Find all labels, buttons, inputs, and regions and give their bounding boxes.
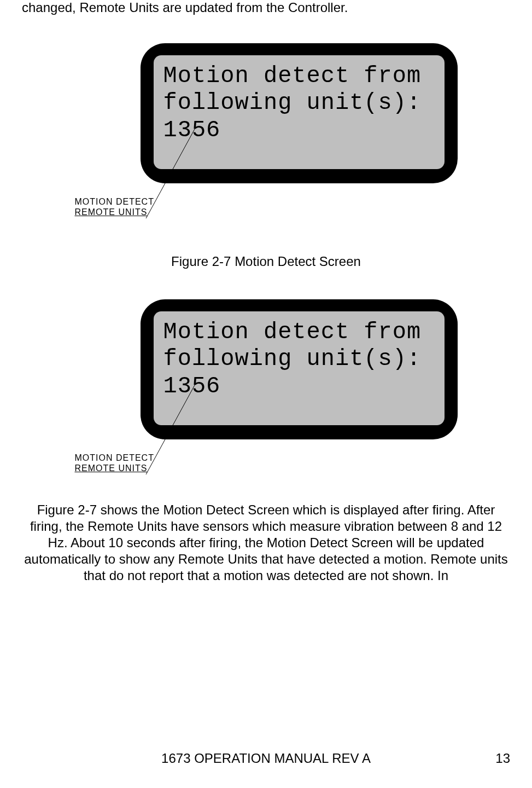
lcd-line-1: Motion detect from — [163, 319, 435, 346]
footer-doc-title: 1673 OPERATION MANUAL REV A — [55, 751, 477, 766]
annotation-label: MOTION DETECT REMOTE UNITS — [75, 453, 154, 473]
figure-2-7-bottom: Motion detect from following unit(s): 13… — [75, 299, 458, 485]
top-text-fragment: changed, Remote Units are updated from t… — [22, 0, 510, 16]
lcd-display: Motion detect from following unit(s): 13… — [141, 43, 458, 183]
annotation-line-1: MOTION DETECT — [75, 196, 154, 207]
lcd-inner: Motion detect from following unit(s): 13… — [154, 55, 445, 169]
body-paragraph: Figure 2-7 shows the Motion Detect Scree… — [22, 502, 510, 584]
lcd-line-3: 1356 — [163, 373, 435, 401]
figure-caption: Figure 2-7 Motion Detect Screen — [22, 254, 510, 269]
lcd-line-2: following unit(s): — [163, 90, 435, 117]
page-number: 13 — [477, 751, 510, 766]
annotation-label: MOTION DETECT REMOTE UNITS — [75, 196, 154, 217]
figure-2-7-top: Motion detect from following unit(s): 13… — [75, 43, 458, 235]
lcd-line-1: Motion detect from — [163, 63, 435, 90]
annotation-line-2: REMOTE UNITS — [75, 463, 154, 473]
lcd-line-3: 1356 — [163, 117, 435, 144]
lcd-line-2: following unit(s): — [163, 346, 435, 373]
lcd-display: Motion detect from following unit(s): 13… — [141, 299, 458, 439]
annotation-line-1: MOTION DETECT — [75, 453, 154, 463]
lcd-inner: Motion detect from following unit(s): 13… — [154, 311, 445, 425]
annotation-line-2: REMOTE UNITS — [75, 207, 154, 217]
page-footer: 1673 OPERATION MANUAL REV A 13 — [0, 751, 532, 766]
